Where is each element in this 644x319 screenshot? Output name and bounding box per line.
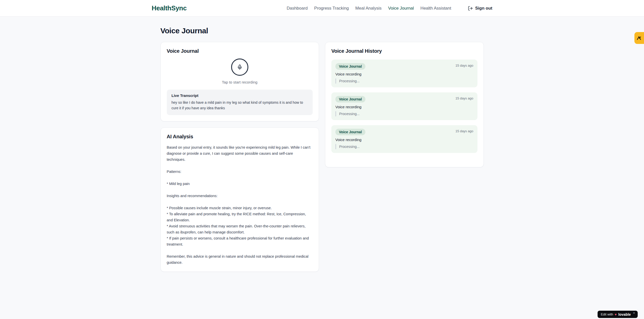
nav-item-dashboard[interactable]: Dashboard <box>287 6 308 11</box>
sign-out-label: Sign out <box>475 6 492 11</box>
browser-extension-tab[interactable] <box>634 32 644 44</box>
recorder-area: Tap to start recording <box>167 59 313 84</box>
entry-type-badge: Voice Journal <box>335 129 365 135</box>
nav-item-progress-tracking[interactable]: Progress Tracking <box>314 6 349 11</box>
edit-with-lovable-badge[interactable]: Edit with ♥ lovable ✕ <box>598 311 638 318</box>
live-transcript-title: Live Transcript <box>172 93 308 98</box>
entry-header: Voice Journal 15 days ago <box>335 129 473 135</box>
tap-to-record-hint: Tap to start recording <box>222 80 257 84</box>
right-column: Voice Journal History Voice Journal 15 d… <box>325 42 484 167</box>
mic-icon <box>237 64 243 70</box>
nav-item-health-assistant[interactable]: Health Assistant <box>420 6 451 11</box>
live-transcript-text: hey so like I do have a mild pain in my … <box>172 100 308 111</box>
entry-title: Voice recording <box>335 138 473 142</box>
ai-analysis-title: AI Analysis <box>167 134 313 140</box>
sign-out-button[interactable]: Sign out <box>468 6 492 11</box>
content-grid: Voice Journal Tap to start recording <box>160 42 484 272</box>
lovable-brand-label: lovable <box>618 312 631 316</box>
entry-status: Processing... <box>335 78 473 84</box>
history-card-title: Voice Journal History <box>331 48 477 54</box>
voice-journal-history-card: Voice Journal History Voice Journal 15 d… <box>325 42 484 167</box>
entry-timestamp: 15 days ago <box>455 129 473 133</box>
entry-type-badge: Voice Journal <box>335 96 365 102</box>
entry-timestamp: 15 days ago <box>455 63 473 67</box>
history-entry[interactable]: Voice Journal 15 days ago Voice recordin… <box>331 125 477 153</box>
ai-analysis-body: Based on your journal entry, it sounds l… <box>167 144 313 265</box>
entry-timestamp: 15 days ago <box>455 96 473 100</box>
left-column: Voice Journal Tap to start recording <box>160 42 319 272</box>
live-transcript-panel: Live Transcript hey so like I do have a … <box>167 90 313 115</box>
entry-header: Voice Journal 15 days ago <box>335 63 473 70</box>
page-title: Voice Journal <box>160 26 484 35</box>
recorder-card-title: Voice Journal <box>167 48 313 54</box>
entry-title: Voice recording <box>335 72 473 76</box>
history-entry[interactable]: Voice Journal 15 days ago Voice recordin… <box>331 92 477 120</box>
a-mark-icon <box>636 36 641 41</box>
history-entry[interactable]: Voice Journal 15 days ago Voice recordin… <box>331 60 477 87</box>
history-list: Voice Journal 15 days ago Voice recordin… <box>331 60 477 153</box>
voice-journal-card: Voice Journal Tap to start recording <box>160 42 319 121</box>
edit-with-label: Edit with <box>601 312 613 316</box>
nav-item-voice-journal[interactable]: Voice Journal <box>388 6 414 11</box>
entry-status: Processing... <box>335 144 473 149</box>
navbar-inner: HealthSync Dashboard Progress Tracking M… <box>152 4 492 12</box>
close-icon[interactable]: ✕ <box>633 311 635 315</box>
record-button[interactable] <box>231 59 248 76</box>
gradient-heart-icon: ♥ <box>615 313 617 316</box>
brand-logo[interactable]: HealthSync <box>152 4 187 12</box>
entry-type-badge: Voice Journal <box>335 63 365 70</box>
ai-analysis-card: AI Analysis Based on your journal entry,… <box>160 127 319 272</box>
main-content: Voice Journal Voice Journal <box>160 17 484 272</box>
log-out-icon <box>468 6 473 11</box>
entry-title: Voice recording <box>335 105 473 109</box>
primary-nav: Dashboard Progress Tracking Meal Analysi… <box>287 6 492 11</box>
nav-item-meal-analysis[interactable]: Meal Analysis <box>355 6 382 11</box>
top-navbar: HealthSync Dashboard Progress Tracking M… <box>0 0 644 17</box>
entry-status: Processing... <box>335 111 473 116</box>
entry-header: Voice Journal 15 days ago <box>335 96 473 102</box>
